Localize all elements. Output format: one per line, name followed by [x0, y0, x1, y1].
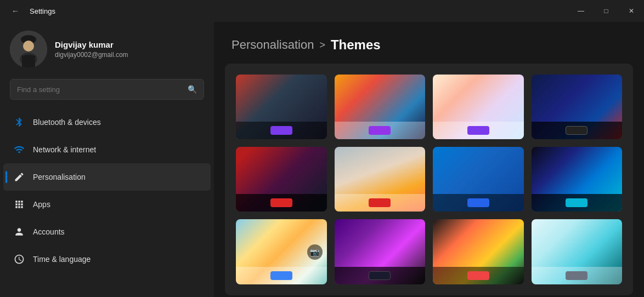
theme-card-6[interactable] [335, 147, 426, 212]
sidebar-item-apps[interactable]: Apps [3, 191, 211, 218]
personalisation-icon [13, 171, 25, 183]
sidebar-label-time: Time & language [33, 255, 91, 264]
theme-card-4[interactable] [532, 75, 623, 139]
user-section[interactable]: Digvijay kumar digvijay0002@gmail.com [0, 22, 214, 79]
theme-card-10[interactable] [335, 219, 426, 284]
bluetooth-icon [13, 116, 25, 128]
sidebar-label-bluetooth: Bluetooth & devices [33, 118, 101, 127]
breadcrumb-parent[interactable]: Personalisation [231, 38, 314, 52]
maximize-button[interactable]: □ [594, 0, 619, 22]
themes-container: 📷 [225, 64, 633, 295]
content-area: Personalisation > Themes [214, 22, 644, 297]
main-layout: Digvijay kumar digvijay0002@gmail.com 🔍 … [0, 22, 644, 297]
sidebar-item-time[interactable]: Time & language [3, 245, 211, 273]
search-icon: 🔍 [188, 85, 197, 94]
search-input[interactable] [17, 85, 183, 94]
sidebar-item-accounts[interactable]: Accounts [3, 218, 211, 245]
theme-card-12[interactable] [532, 219, 623, 284]
time-icon [13, 253, 25, 265]
close-button[interactable]: ✕ [619, 0, 644, 22]
window-controls: — □ ✕ [568, 0, 644, 22]
search-box[interactable]: 🔍 [10, 79, 204, 100]
theme-card-2[interactable] [335, 75, 426, 139]
user-name: Digvijay kumar [55, 40, 128, 49]
breadcrumb-separator: > [319, 39, 325, 51]
theme-card-11[interactable] [433, 219, 524, 284]
sidebar-label-network: Network & internet [33, 145, 96, 154]
network-icon [13, 144, 25, 156]
user-email: digvijay0002@gmail.com [55, 51, 128, 59]
themes-grid: 📷 [236, 75, 622, 284]
sidebar-item-personalisation[interactable]: Personalisation [3, 163, 211, 191]
search-section: 🔍 [0, 79, 214, 108]
accounts-icon [13, 226, 25, 238]
sidebar-label-accounts: Accounts [33, 227, 65, 236]
titlebar: ← Settings — □ ✕ [0, 0, 644, 22]
theme-card-5[interactable] [236, 147, 327, 212]
avatar [10, 31, 47, 68]
theme-card-8[interactable] [532, 147, 623, 212]
app-title: Settings [30, 7, 55, 15]
theme-card-7[interactable] [433, 147, 524, 212]
user-info: Digvijay kumar digvijay0002@gmail.com [55, 40, 128, 59]
theme-card-1[interactable] [236, 75, 327, 139]
back-button[interactable]: ← [7, 2, 24, 20]
sidebar-item-network[interactable]: Network & internet [3, 136, 211, 163]
svg-point-3 [23, 41, 34, 52]
sidebar-label-personalisation: Personalisation [33, 173, 86, 181]
titlebar-left: ← Settings [7, 2, 55, 20]
theme-card-9[interactable]: 📷 [236, 219, 327, 284]
sidebar: Digvijay kumar digvijay0002@gmail.com 🔍 … [0, 22, 214, 297]
sidebar-item-bluetooth[interactable]: Bluetooth & devices [3, 108, 211, 136]
theme-card-3[interactable] [433, 75, 524, 139]
sidebar-label-apps: Apps [33, 200, 50, 209]
breadcrumb: Personalisation > Themes [214, 22, 644, 64]
breadcrumb-current: Themes [331, 37, 381, 53]
apps-icon [13, 198, 25, 210]
screenshot-icon: 📷 [307, 244, 323, 260]
minimize-button[interactable]: — [568, 0, 594, 22]
